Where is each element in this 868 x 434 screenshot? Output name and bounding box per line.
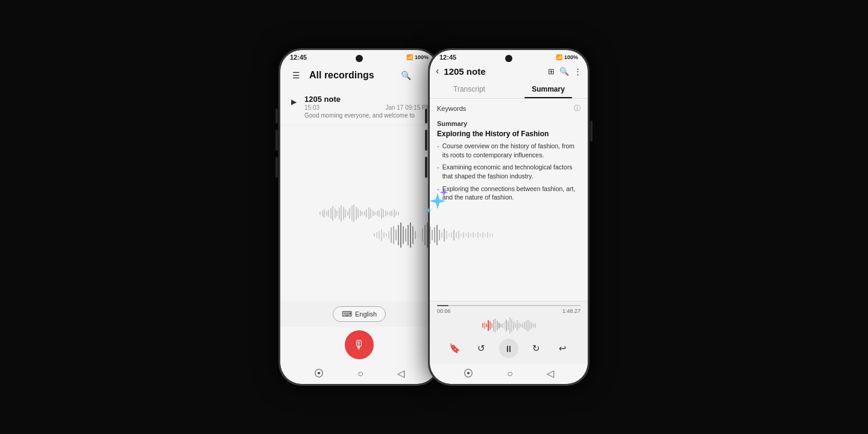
svg-rect-15 [410, 222, 411, 248]
svg-rect-44 [480, 233, 481, 237]
detail-title: 1205 note [444, 66, 548, 77]
scene: 12:45 📶 100% ☰ All recordings 🔍 ⋮ [0, 0, 868, 434]
wave-bar [335, 209, 336, 218]
wave-bar [353, 204, 354, 222]
svg-rect-6 [388, 231, 389, 239]
detail-bar: ‹ 1205 note ⊞ 🔍 ⋮ [430, 62, 588, 80]
summary-section-label: Summary [437, 120, 580, 127]
wave-bar-small [495, 318, 496, 333]
rewind-button[interactable]: ↺ [473, 339, 491, 357]
wave-bar-small [535, 323, 536, 328]
svg-rect-4 [383, 232, 385, 238]
wave-bar [341, 205, 342, 222]
wave-bar [332, 206, 333, 221]
recording-info: 1205 note 15:03 Jan 17 09:15 PM Good mor… [304, 95, 431, 119]
svg-rect-26 [436, 225, 438, 245]
menu-icon[interactable]: ☰ [288, 67, 304, 84]
svg-rect-1 [376, 232, 377, 238]
wave-bar [364, 211, 365, 216]
record-button[interactable]: 🎙 [345, 330, 374, 359]
ai-stars-container [374, 184, 494, 250]
right-recents-nav-icon[interactable]: ⦿ [464, 368, 473, 379]
keywords-row: Keywords ⓘ [437, 104, 580, 113]
wave-bar-small [502, 323, 503, 328]
wave-bar-small [513, 321, 514, 330]
svg-rect-33 [453, 230, 454, 241]
info-icon[interactable]: ⓘ [574, 104, 580, 113]
wave-bar-small [520, 324, 521, 327]
svg-rect-49 [492, 233, 493, 237]
svg-rect-36 [461, 233, 462, 237]
svg-rect-31 [448, 233, 450, 237]
svg-rect-42 [475, 233, 476, 237]
search-icon[interactable]: 🔍 [397, 67, 414, 84]
wave-bar [339, 207, 340, 219]
wave-bar-small [493, 319, 494, 332]
wave-bar [368, 207, 370, 219]
svg-rect-16 [412, 226, 414, 244]
right-status-time: 12:45 [439, 54, 456, 61]
wave-bar [360, 210, 361, 216]
progress-bar-container[interactable] [437, 305, 580, 306]
recording-item[interactable]: ▶ 1205 note 15:03 Jan 17 09:15 PM Good m… [280, 89, 438, 125]
app-title: All recordings [309, 70, 397, 81]
svg-rect-23 [429, 226, 430, 244]
wave-bar [370, 209, 371, 218]
wave-bar-small [517, 320, 518, 331]
left-status-time: 12:45 [290, 54, 307, 61]
svg-rect-17 [415, 231, 416, 239]
recording-duration: 15:03 [304, 104, 319, 111]
svg-rect-19 [420, 232, 421, 238]
right-home-nav-icon[interactable]: ○ [507, 368, 513, 379]
tab-transcript[interactable]: Transcript [430, 80, 509, 98]
svg-rect-13 [405, 228, 406, 242]
wave-bar [347, 211, 348, 216]
recents-nav-icon[interactable]: ⦿ [314, 368, 324, 379]
summary-title: Exploring the History of Fashion [437, 130, 580, 138]
left-status-icons: 📶 100% [406, 54, 429, 60]
back-button[interactable]: ‹ [436, 66, 439, 77]
wave-bar [366, 209, 367, 218]
svg-rect-18 [417, 233, 418, 237]
svg-rect-46 [485, 233, 486, 237]
recording-name: 1205 note [304, 95, 431, 104]
wave-bar-small [511, 319, 512, 332]
svg-rect-22 [427, 222, 428, 248]
wave-bar-small [531, 322, 532, 329]
wave-bar-small [491, 323, 492, 328]
gallery-icon[interactable]: ⊞ [548, 67, 555, 76]
search-detail-icon[interactable]: 🔍 [559, 67, 569, 76]
play-button[interactable]: ▶ [288, 96, 300, 108]
battery-label: 100% [415, 54, 429, 60]
home-nav-icon[interactable]: ○ [357, 368, 363, 379]
bullet-text-1: Course overview on the history of fashio… [442, 142, 580, 159]
wave-bar [351, 206, 353, 221]
language-label: English [355, 310, 377, 318]
wave-bar [356, 207, 357, 220]
left-app-bar: ☰ All recordings 🔍 ⋮ [280, 62, 438, 89]
signal-icon: 📶 [406, 54, 413, 60]
translate-icon: ⌨ [342, 310, 352, 318]
progress-track [437, 305, 580, 306]
svg-rect-25 [434, 227, 435, 243]
more-detail-icon[interactable]: ⋮ [574, 67, 582, 76]
wave-bar-small [504, 321, 505, 330]
tab-summary[interactable]: Summary [509, 80, 588, 98]
svg-rect-37 [463, 232, 464, 238]
back-nav-icon[interactable]: ◁ [397, 368, 404, 379]
svg-rect-14 [407, 225, 409, 245]
svg-rect-35 [458, 231, 459, 239]
wave-bar-small [506, 319, 507, 332]
wave-bar-small [488, 320, 489, 331]
audio-waveform-small [437, 316, 580, 335]
pause-button[interactable]: ⏸ [499, 339, 518, 358]
right-camera-notch [505, 55, 512, 62]
svg-rect-28 [441, 232, 442, 238]
center-waveform [374, 220, 494, 250]
right-back-nav-icon[interactable]: ◁ [547, 368, 554, 379]
svg-rect-47 [487, 232, 488, 238]
loop-button[interactable]: ↩ [554, 339, 572, 357]
forward-button[interactable]: ↻ [527, 339, 545, 357]
bookmark-button[interactable]: 🔖 [445, 339, 464, 357]
language-button[interactable]: ⌨ English [333, 306, 386, 322]
